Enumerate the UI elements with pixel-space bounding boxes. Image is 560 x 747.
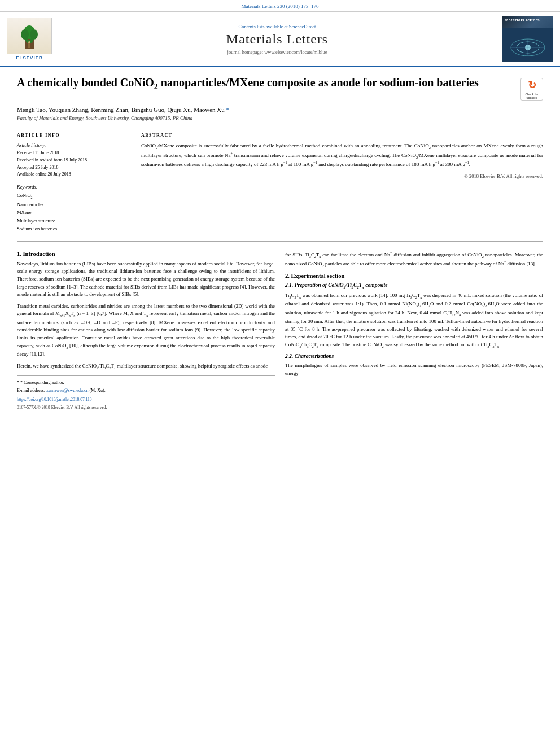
article-title-row: A chemically bonded CoNiO2 nanoparticles…: [17, 75, 543, 101]
intro-section-label: Introduction: [23, 251, 55, 257]
history-label: Article history:: [17, 142, 130, 148]
keyword-1: CoNiO2: [17, 191, 130, 200]
svg-point-5: [30, 29, 38, 40]
preparation-subsection-title: 2.1. Preparation of CoNiO2/Ti3C2Tx compo…: [285, 282, 543, 289]
footnote-corresponding: * * Corresponding author.: [17, 379, 275, 386]
copyright-line: © 2018 Elsevier B.V. All rights reserved…: [141, 173, 543, 179]
preparation-para: Ti3C2Tx was obtained from our previous w…: [285, 292, 543, 350]
elsevier-logo: ELSEVIER: [7, 18, 52, 60]
journal-url: journal homepage: www.elsevier.com/locat…: [63, 49, 491, 55]
received-date: Received 11 June 2018: [17, 150, 130, 157]
keyword-5: Sodium-ion batteries: [17, 225, 130, 233]
elsevier-logo-img: [7, 18, 52, 54]
svg-rect-7: [28, 43, 30, 48]
contents-availability: Contents lists available at ScienceDirec…: [63, 24, 491, 29]
check-for-updates-badge: ↻ Check forupdates: [520, 78, 543, 101]
keywords-label: Keywords:: [17, 184, 130, 190]
body-left-column: 1. Introduction Nowadays, lithium-ion ba…: [17, 251, 275, 410]
elsevier-wordmark: ELSEVIER: [16, 55, 43, 60]
article-info-heading: ARTICLE INFO: [17, 133, 130, 138]
check-icon: ↻: [528, 79, 536, 92]
body-right-column: for SIBs. Ti3C2Tx can facilitate the ele…: [285, 251, 543, 410]
experimental-title: 2. Experimental section: [285, 273, 543, 279]
issn-line: 0167-577X/© 2018 Elsevier B.V. All right…: [17, 405, 275, 410]
email-suffix: (M. Xu).: [89, 388, 105, 393]
doi-line: https://doi.org/10.1016/j.matlet.2018.07…: [17, 396, 275, 403]
keyword-2: Nanoparticles: [17, 200, 130, 208]
article-history: Article history: Received 11 June 2018 R…: [17, 142, 130, 178]
characterizations-para: The morphologies of samples were observe…: [285, 362, 543, 377]
affiliation: Faculty of Materials and Energy, Southwe…: [17, 115, 543, 121]
authors-line: Mengli Tao, Youquan Zhang, Renming Zhan,…: [17, 106, 543, 113]
journal-name-heading: Materials Letters: [63, 32, 491, 47]
footnote-corresponding-label: * Corresponding author.: [20, 380, 64, 385]
intro-para-1: Nowadays, lithium-ion batteries (LIBs) h…: [17, 260, 275, 299]
right-intro-para: for SIBs. Ti3C2Tx can facilitate the ele…: [285, 251, 543, 269]
introduction-title: 1. Introduction: [17, 251, 275, 257]
elsevier-tree-svg: [14, 22, 45, 50]
article-info-column: ARTICLE INFO Article history: Received 1…: [17, 133, 130, 233]
exp-section-label: Experimental section: [291, 273, 345, 279]
divider-1: [17, 128, 543, 128]
journal-top-bar: Materials Letters 230 (2018) 173–176: [0, 0, 560, 12]
cover-image-svg: [502, 28, 553, 62]
info-abstract-columns: ARTICLE INFO Article history: Received 1…: [17, 133, 543, 233]
article-title: A chemically bonded CoNiO2 nanoparticles…: [17, 75, 520, 92]
svg-point-4: [21, 29, 29, 40]
keywords-section: Keywords: CoNiO2 Nanoparticles MXene Mul…: [17, 184, 130, 233]
email-label: E-mail address:: [17, 388, 45, 393]
footnote-section: * * Corresponding author. E-mail address…: [17, 375, 275, 410]
abstract-column: ABSTRACT CoNiO2/MXene composite is succe…: [141, 133, 543, 233]
cover-title: materials letters: [502, 16, 542, 24]
abstract-text: CoNiO2/MXene composite is successfully f…: [141, 142, 543, 169]
abstract-heading: ABSTRACT: [141, 133, 543, 138]
characterizations-subsection-title: 2.2. Characterizations: [285, 353, 543, 359]
accepted-date: Accepted 25 July 2018: [17, 164, 130, 172]
body-content: 1. Introduction Nowadays, lithium-ion ba…: [17, 251, 543, 410]
journal-cover-image: materials letters: [502, 16, 553, 62]
keyword-4: Multilayer structure: [17, 217, 130, 225]
journal-citation: Materials Letters 230 (2018) 173–176: [242, 3, 319, 9]
corresponding-marker: *: [226, 106, 230, 113]
synthesized-word: synthesized: [51, 363, 74, 369]
divider-2: [17, 241, 543, 242]
intro-para-3: Herein, we have synthesized the CoNiO2/T…: [17, 362, 275, 371]
revised-date: Received in revised form 19 July 2018: [17, 157, 130, 164]
intro-section-num: 1.: [17, 251, 23, 257]
footnote-email: E-mail address: xumawen@swu.edu.cn (M. X…: [17, 387, 275, 394]
check-updates-text: Check forupdates: [525, 93, 538, 99]
keyword-3: MXene: [17, 208, 130, 216]
header-center: Contents lists available at ScienceDirec…: [52, 24, 502, 55]
doi-link[interactable]: https://doi.org/10.1016/j.matlet.2018.07…: [17, 397, 92, 402]
exp-section-num: 2.: [285, 273, 291, 279]
main-content: A chemically bonded CoNiO2 nanoparticles…: [0, 67, 560, 421]
intro-para-2: Transition metal carbides, carbonitrides…: [17, 303, 275, 359]
email-link[interactable]: xumawen@swu.edu.cn: [46, 388, 89, 393]
svg-point-6: [28, 41, 30, 43]
header-banner: ELSEVIER Contents lists available at Sci…: [0, 12, 560, 67]
available-date: Available online 26 July 2018: [17, 171, 130, 178]
sciencedirect-link[interactable]: ScienceDirect: [289, 24, 316, 29]
